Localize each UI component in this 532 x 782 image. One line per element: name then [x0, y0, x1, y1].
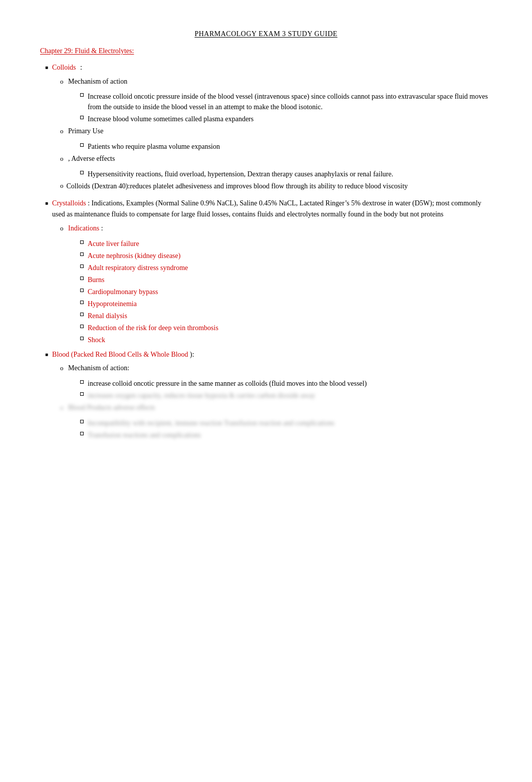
primary-use-row: o Primary Use: [40, 126, 492, 139]
indications-section: o Indications :: [40, 223, 103, 234]
mechanism-section: o Mechanism of action: [40, 76, 127, 87]
blood-text-1: increase colloid oncotic pressure in the…: [88, 378, 492, 389]
indications-label: Indications: [68, 224, 99, 232]
sq-icon-4: [80, 171, 84, 174]
indication-2: Acute nephrosis (kidney disease): [40, 250, 492, 261]
sq-blood-1: [80, 380, 84, 384]
indication-4: Burns: [40, 275, 492, 285]
mechanism-bullet-1: Increase colloid oncotic pressure inside…: [40, 91, 492, 112]
dextran-label: Colloids (Dextran 40):: [67, 181, 130, 192]
blood-adverse-text-1: Incompatibility with recipient, immune r…: [88, 418, 492, 428]
o-marker-indications: o: [60, 224, 64, 232]
blood-mechanism-label: Mechanism of action:: [68, 364, 129, 372]
sq-ind-5: [80, 289, 84, 292]
blood-mechanism-row: o Mechanism of action:: [40, 363, 492, 376]
indication-text-1: Acute liver failure: [88, 238, 492, 249]
o-marker-4: o: [60, 181, 64, 192]
colloids-section: ■ Colloids ： o Mechanism of action Incre…: [40, 62, 492, 194]
indication-5: Cardiopulmonary bypass: [40, 287, 492, 297]
indication-text-8: Reduction of the risk for deep vein thro…: [88, 323, 492, 333]
blood-text-2-blurred: increases oxygen capacity, reduces tissu…: [88, 390, 492, 401]
colloids-content: Colloids ：: [52, 62, 492, 73]
blood-bullet-icon: ■: [45, 351, 48, 359]
primary-use-text: Patients who require plasma volume expan…: [88, 141, 492, 152]
sq-ind-6: [80, 301, 84, 304]
indication-1: Acute liver failure: [40, 238, 492, 249]
mechanism-bullet-2: Increase blood volume sometimes called p…: [40, 114, 492, 124]
sq-icon-2: [80, 116, 84, 119]
blood-label: Blood (Packed Red Blood Cells & Whole Bl…: [52, 351, 188, 358]
dextran-row: o Colloids (Dextran 40): reduces platele…: [40, 181, 492, 194]
dextran-section: o Colloids (Dextran 40): reduces platele…: [40, 181, 408, 192]
blood-section: ■ Blood (Packed Red Blood Cells & Whole …: [40, 349, 492, 440]
crystalloids-bullet: ■ Crystalloids : Indications, Examples (…: [40, 198, 492, 219]
blood-mechanism-section: o Mechanism of action:: [40, 363, 129, 374]
chapter-heading: Chapter 29: Fluid & Electrolytes:: [40, 47, 492, 55]
indication-text-5: Cardiopulmonary bypass: [88, 287, 492, 297]
blood-label-end: ):: [190, 351, 194, 358]
blood-bullet-2: increases oxygen capacity, reduces tissu…: [40, 390, 492, 401]
blood-bullet: ■ Blood (Packed Red Blood Cells & Whole …: [40, 349, 492, 360]
mechanism-row: o Mechanism of action: [40, 76, 492, 90]
crystalloids-section: ■ Crystalloids : Indications, Examples (…: [40, 198, 492, 345]
blood-adverse-label: Blood Products adverse effects: [68, 404, 155, 411]
indication-text-3: Adult respiratory distress syndrome: [88, 263, 492, 273]
o-marker-3: o: [60, 155, 64, 162]
primary-use-label: Primary Use: [68, 127, 103, 135]
sq-blood-4: [80, 432, 84, 435]
sq-icon-3: [80, 143, 84, 147]
crystalloids-label: Crystalloids: [52, 199, 86, 207]
primary-use-section: o Primary Use: [40, 126, 103, 137]
sq-ind-2: [80, 252, 84, 256]
indication-7: Renal dialysis: [40, 311, 492, 321]
blood-bullet-1: increase colloid oncotic pressure in the…: [40, 378, 492, 389]
adverse-section: o , Adverse effects: [40, 153, 115, 164]
indication-3: Adult respiratory distress syndrome: [40, 263, 492, 273]
o-marker-2: o: [60, 127, 64, 135]
adverse-row: o , Adverse effects: [40, 153, 492, 167]
adverse-text: Hypersensitivity reactions, fluid overlo…: [88, 169, 492, 179]
sq-ind-3: [80, 265, 84, 268]
sq-ind-9: [80, 337, 84, 340]
blood-adverse-1: Incompatibility with recipient, immune r…: [40, 418, 492, 428]
sq-blood-2: [80, 392, 84, 396]
adverse-label: , Adverse effects: [68, 155, 115, 162]
indication-text-9: Shock: [88, 335, 492, 345]
o-marker-blood-2: o: [60, 404, 64, 411]
crystalloids-description: : Indications, Examples (Normal Saline 0…: [52, 199, 481, 218]
indication-text-7: Renal dialysis: [88, 311, 492, 321]
blood-content: Blood (Packed Red Blood Cells & Whole Bl…: [52, 349, 492, 360]
sq-blood-3: [80, 420, 84, 423]
colloids-label: Colloids: [52, 64, 76, 71]
adverse-bullet: Hypersensitivity reactions, fluid overlo…: [40, 169, 492, 179]
colloids-bullet: ■ Colloids ：: [40, 62, 492, 73]
blood-adverse-2: Transfusion reactions and complications: [40, 430, 492, 440]
o-marker-blood-1: o: [60, 364, 64, 372]
sq-ind-8: [80, 325, 84, 328]
indication-text-2: Acute nephrosis (kidney disease): [88, 250, 492, 261]
blood-adverse-section: o Blood Products adverse effects: [40, 402, 155, 413]
indication-8: Reduction of the risk for deep vein thro…: [40, 323, 492, 333]
colloids-colon: ：: [78, 64, 85, 71]
sq-ind-7: [80, 313, 84, 316]
crystalloids-bullet-icon: ■: [45, 199, 48, 207]
indications-row: o Indications :: [40, 223, 492, 236]
indication-6: Hypoproteinemia: [40, 299, 492, 309]
blood-adverse-row: o Blood Products adverse effects: [40, 402, 492, 416]
mechanism-text-2: Increase blood volume sometimes called p…: [88, 114, 492, 124]
sq-icon-1: [80, 93, 84, 97]
mechanism-text-1: Increase colloid oncotic pressure inside…: [88, 91, 492, 112]
sq-ind-4: [80, 277, 84, 280]
indication-text-4: Burns: [88, 275, 492, 285]
colloids-bullet-icon: ■: [45, 64, 48, 72]
mechanism-label: Mechanism of action: [68, 78, 127, 85]
dextran-extra: reduces platelet adhesiveness and improv…: [130, 181, 408, 192]
page-title: PHARMACOLOGY EXAM 3 STUDY GUIDE: [40, 30, 492, 38]
indication-9: Shock: [40, 335, 492, 345]
indications-colon: :: [101, 224, 103, 232]
blood-adverse-text-2: Transfusion reactions and complications: [88, 430, 492, 440]
crystalloids-content: Crystalloids : Indications, Examples (No…: [52, 198, 492, 219]
primary-use-bullet: Patients who require plasma volume expan…: [40, 141, 492, 152]
sq-ind-1: [80, 240, 84, 244]
indication-text-6: Hypoproteinemia: [88, 299, 492, 309]
